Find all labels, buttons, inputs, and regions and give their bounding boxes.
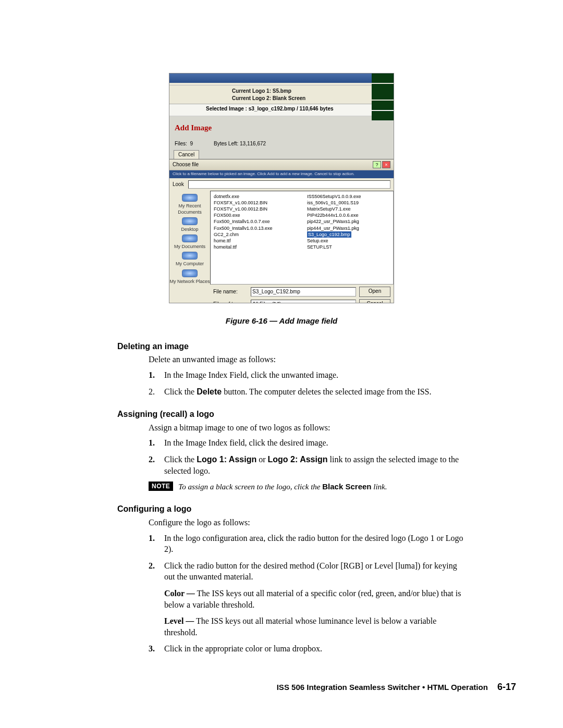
configuring-step3: Click in the appropriate color or luma d… [164,643,469,655]
filetype-field[interactable]: All Files (*.*) [251,300,356,303]
files-count: 9 [190,141,193,146]
file-item[interactable]: FOXSFX_v1.00.0012.BIN [214,200,297,206]
file-item[interactable]: iss_506v1_01_0001.S19 [307,200,390,206]
note-text: To assign a black screen to the logo, cl… [178,482,387,492]
file-item[interactable]: SETUP.LST [307,244,390,250]
assigning-intro: Assign a bitmap image to one of two logo… [149,422,469,434]
configuring-step1: In the logo configuration area, click th… [164,533,469,555]
right-badges [372,73,394,120]
file-item[interactable]: Fox500_Installv1.0.0.13.exe [214,225,297,231]
footer-text: ISS 506 Integration Seamless Switcher • … [277,683,488,692]
cancel-button[interactable]: Cancel [174,150,199,159]
badge [372,101,394,110]
file-item[interactable]: homeital.ttf [214,244,297,250]
file-item[interactable]: FOX500.exe [214,212,297,218]
cancel2-button[interactable]: Cancel [359,299,390,303]
file-item[interactable]: Setup.exe [307,238,390,244]
desktop-label: Desktop [181,226,198,232]
dialog-subnote: Click to a filename below to picked an i… [169,170,394,178]
mycomp-label: My Computer [176,261,204,267]
recent-label: My Recent Documents [169,203,210,215]
mydocs-icon[interactable] [182,235,198,242]
deleting-steps: 1. In the Image Index Field, click the u… [149,369,469,397]
lookin-label: Look [173,181,184,188]
file-item-selected[interactable]: S3_Logo_c192.bmp [307,231,351,238]
lookin-row: Look [169,178,394,191]
mycomp-icon[interactable] [182,252,198,260]
note-assigning: NOTE To assign a black screen to the log… [149,482,469,492]
screenshot-mock: Current Logo 1: S5.bmp Current Logo 2: B… [169,73,394,303]
selected-image-line: Selected Image : s3_logo_c192.bmp / 110,… [169,104,394,116]
note-badge: NOTE [149,482,173,491]
heading-configuring: Configuring a logo [117,503,532,515]
file-item[interactable]: Fox500_Installv1.0.0.7.exe [214,218,297,225]
mydocs-label: My Documents [174,243,205,250]
mynet-label: My Network Places [169,278,210,285]
lookin-combo[interactable] [188,180,390,189]
figure-wrap: Current Logo 1: S5.bmp Current Logo 2: B… [31,73,532,306]
configuring-step2: Click the radio button for the desired m… [164,560,469,638]
desktop-icon[interactable] [182,217,198,225]
footer-page: 6-17 [497,682,516,692]
dialog-bottom: File name: S3_Logo_C192.bmp Open Files o… [169,285,394,303]
file-item[interactable]: pip444_usr_PWaxs1.pkg [307,225,390,231]
page-footer: ISS 506 Integration Seamless Switcher • … [31,681,532,693]
close-icon[interactable]: × [382,161,390,168]
file-item[interactable]: MatrixSetupV7.1.exe [307,206,390,212]
filename-field[interactable]: S3_Logo_C192.bmp [251,287,356,297]
file-dialog-titlebar: Choose file ? × [169,159,394,170]
file-dialog: Choose file ? × Click to a filename belo… [169,159,394,303]
assigning-steps: 1. In the Image Index field, click the d… [149,437,469,476]
heading-assigning: Assigning (recall) a logo [117,409,532,420]
configuring-intro: Configure the logo as follows: [149,517,469,528]
file-item[interactable]: FOXSTV_v1.00.0012.BIN [214,206,297,212]
badge [372,111,394,120]
mynet-icon[interactable] [182,269,198,277]
assigning-step2: Click the Logo 1: Assign or Logo 2: Assi… [164,454,469,476]
add-image-heading: Add Image [169,116,394,137]
current-logo-info: Current Logo 1: S5.bmp Current Logo 2: B… [169,85,394,104]
file-item[interactable]: dotnetfx.exe [214,193,297,200]
file-item[interactable]: GC2_2.chm [214,231,297,238]
assigning-step1: In the Image Index field, click the desi… [164,437,469,449]
logo2-label: Current Logo 2: Blank Screen [232,95,388,102]
file-item[interactable]: pip422_usr_PWaxs1.pkg [307,218,390,225]
file-item[interactable]: home.ttf [214,238,297,244]
filename-label: File name: [213,288,248,295]
places-sidebar: My Recent Documents Desktop My Documents… [169,191,210,285]
file-list[interactable]: dotnetfx.exeFOXSFX_v1.00.0012.BINFOXSTV_… [210,191,394,285]
file-item[interactable]: ISS506SetupV1.0.0.9.exe [307,193,390,200]
logo1-label: Current Logo 1: S5.bmp [232,88,388,95]
badge [372,84,394,100]
filetype-label: Files of type: [213,301,248,303]
bytes-left: Bytes Left: 13,116,672 [214,140,266,147]
deleting-step1: In the Image Index Field, click the unwa… [164,369,469,381]
help-icon[interactable]: ? [373,161,381,168]
figure-caption: Figure 6-16 — Add Image field [31,316,532,326]
recent-icon[interactable] [182,194,198,202]
deleting-step2: Click the Delete button. The computer de… [164,386,469,398]
configuring-steps: 1. In the logo configuration area, click… [149,533,469,655]
badge [372,73,394,83]
files-label: Files: [175,141,187,146]
app-titlebar [169,73,394,83]
open-button[interactable]: Open [359,287,390,297]
files-row: Files: 9 Bytes Left: 13,116,672 [169,137,394,150]
file-dialog-title: Choose file [173,161,199,168]
heading-deleting: Deleting an image [117,341,532,352]
file-item[interactable]: PIP422b444v1.0.0.6.exe [307,212,390,218]
deleting-intro: Delete an unwanted image as follows: [149,354,469,365]
